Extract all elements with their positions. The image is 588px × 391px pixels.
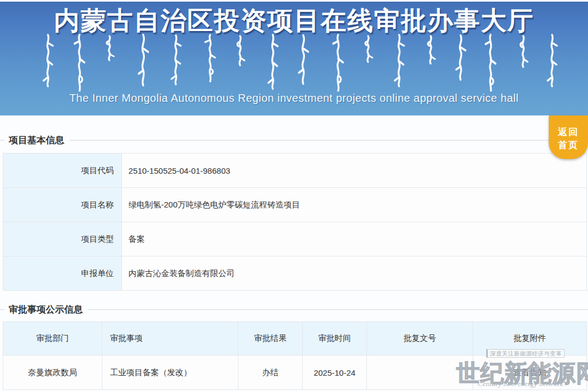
return-home-button[interactable]: 返回 首页 [549,115,588,159]
field-label-project-name: 项目名称 [3,188,122,222]
field-value-project-type: 备案 [122,222,587,256]
project-info-table: 项目代码 2510-150525-04-01-986803 项目名称 绿电制氢-… [3,153,587,291]
cell-doc-number [367,356,473,390]
cell-item: 工业项目备案（发改） [102,356,238,390]
column-header-attachment: 批复附件 [473,322,587,356]
field-value-project-name: 绿电制氢-200万吨绿色电炉零碳短流程铸造项目 [122,188,587,222]
site-title-en: The Inner Mongolia Autonomous Region inv… [0,92,588,105]
mongolian-script-decoration [0,33,588,91]
table-row: 项目名称 绿电制氢-200万吨绿色电炉零碳短流程铸造项目 [3,188,587,222]
cell-result: 办结 [238,356,303,390]
column-header-doc-number: 批复文号 [367,322,473,356]
table-row: 项目类型 备案 [3,222,587,256]
cell-attachment: 查看告知 [473,356,587,390]
view-notice-link[interactable]: 查看告知 [513,368,546,377]
column-header-item: 审批事项 [102,322,238,356]
field-value-declaring-unit: 内蒙古沁金装备制造有限公司 [122,256,587,291]
section-heading-approval-info: 审批事项公示信息 [0,303,588,315]
return-home-label-line2: 首页 [549,139,588,152]
approval-info-table: 审批部门 审批事项 审批结果 审批时间 批复文号 批复附件 奈曼旗政数局 工业项… [3,321,587,390]
return-home-label-line1: 返回 [549,126,588,139]
field-value-project-code: 2510-150525-04-01-986803 [122,154,587,188]
heading-rule [88,309,588,310]
cell-department: 奈曼旗政数局 [3,356,102,390]
site-banner: 内蒙古自治区投资项目在线审批办事大厅 [0,2,588,115]
table-row: 申报单位 内蒙古沁金装备制造有限公司 [3,256,587,291]
cell-time: 2025-10-24 [303,356,367,390]
section-heading-project-info: 项目基本信息 [0,134,588,146]
heading-rule [70,140,588,140]
heading-rule [0,309,4,310]
page: 内蒙古自治区投资项目在线审批办事大厅 [0,0,588,391]
field-label-declaring-unit: 申报单位 [3,256,122,291]
column-header-result: 审批结果 [238,322,303,356]
column-header-time: 审批时间 [303,322,367,356]
field-label-project-code: 项目代码 [3,154,122,188]
section-title: 审批事项公示信息 [9,303,83,316]
column-header-department: 审批部门 [3,322,102,356]
table-row: 奈曼旗政数局 工业项目备案（发改） 办结 2025-10-24 查看告知 [3,356,587,390]
table-header-row: 审批部门 审批事项 审批结果 审批时间 批复文号 批复附件 [3,322,587,356]
section-title: 项目基本信息 [9,134,64,146]
heading-rule [0,140,4,140]
main-content: 项目基本信息 项目代码 2510-150525-04-01-986803 项目名… [0,115,588,391]
table-row: 项目代码 2510-150525-04-01-986803 [3,154,587,188]
field-label-project-type: 项目类型 [3,222,122,256]
